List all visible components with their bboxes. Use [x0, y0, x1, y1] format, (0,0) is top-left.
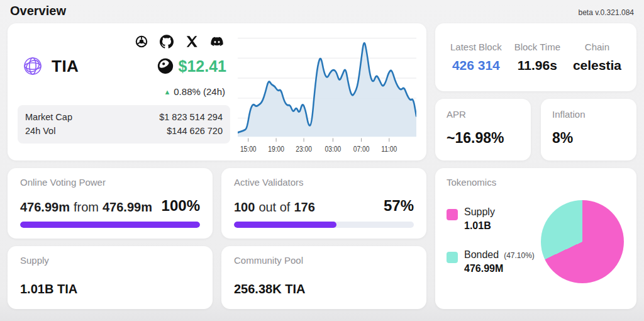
svg-text:15:00: 15:00: [240, 145, 257, 153]
svg-text:19:00: 19:00: [268, 145, 284, 153]
tokenomics-label: Tokenomics: [447, 177, 625, 188]
validators-label: Active Validators: [234, 177, 414, 188]
github-icon[interactable]: [160, 35, 174, 48]
tokenomics-body: Supply 1.01B Bonded (47.10%) 476.99M: [447, 198, 625, 283]
price-change-value: 0.88% (24h): [174, 86, 225, 97]
voting-progress-fill: [20, 222, 200, 228]
market-stats: Market Cap $1 823 514 294 24h Vol $144 6…: [18, 105, 230, 144]
supply-legend-name: Supply: [464, 206, 495, 218]
page-title: Overview: [10, 4, 66, 18]
volume-row: 24h Vol $144 626 720: [25, 124, 223, 138]
market-cap-value: $1 823 514 294: [159, 110, 223, 124]
tokenomics-pie-chart: [541, 200, 624, 283]
validators-progress-fill: [234, 222, 336, 228]
dashboard-grid: TIA $12.41 ▲ 0.88% (24h) Market Cap $1 8…: [8, 23, 636, 309]
social-links: [18, 30, 230, 48]
bonded-legend-name: Bonded: [464, 249, 499, 261]
voting-power-card: Online Voting Power 476.99mfrom476.99m 1…: [8, 168, 213, 239]
discord-icon[interactable]: [210, 35, 224, 48]
supply-value: 1.01B TIA: [20, 282, 200, 296]
svg-text:23:00: 23:00: [296, 145, 312, 153]
voting-total: 476.99m: [103, 200, 152, 214]
tokenomics-legend: Supply 1.01B Bonded (47.10%) 476.99M: [447, 206, 541, 274]
apr-value: ~16.98%: [447, 130, 519, 147]
svg-text:11:00: 11:00: [381, 145, 397, 153]
latest-block-value[interactable]: 426 314: [450, 58, 502, 73]
bonded-legend-note: (47.10%): [504, 251, 535, 260]
volume-label: 24h Vol: [25, 124, 55, 138]
validators-values: 100out of176 57%: [234, 197, 414, 215]
active-validators-card: Active Validators 100out of176 57%: [221, 168, 426, 239]
supply-label: Supply: [20, 255, 200, 266]
token-card: TIA $12.41 ▲ 0.88% (24h) Market Cap $1 8…: [8, 23, 426, 160]
svg-text:03:00: 03:00: [325, 145, 341, 153]
apr-inflation-row: APR ~16.98% Inflation 8%: [435, 99, 636, 160]
version-label: beta v.0.321.084: [578, 4, 634, 17]
block-time-label: Block Time: [514, 42, 560, 52]
token-header: TIA $12.41: [18, 55, 230, 77]
supply-swatch: [447, 209, 458, 220]
volume-value: $144 626 720: [167, 124, 223, 138]
validators-progress-track: [234, 222, 414, 228]
celestia-logo-icon: [21, 55, 44, 77]
validators-percent: 57%: [384, 197, 414, 215]
community-pool-card: Community Pool 256.38K TIA: [221, 246, 426, 309]
bonded-swatch: [447, 252, 458, 263]
chain-stats-card: Latest Block 426 314 Block Time 11.96s C…: [435, 23, 636, 91]
svg-text:07:00: 07:00: [353, 145, 370, 153]
inflation-label: Inflation: [552, 109, 625, 120]
apr-label: APR: [447, 109, 519, 120]
bonded-legend-value: 476.99M: [464, 263, 535, 274]
inflation-value: 8%: [552, 130, 625, 147]
block-time-value: 11.96s: [514, 58, 560, 73]
apr-card: APR ~16.98%: [435, 99, 531, 160]
chrome-icon[interactable]: [135, 35, 148, 48]
validators-total: 176: [294, 200, 314, 214]
voting-current: 476.99m: [20, 200, 70, 214]
legend-item-bonded: Bonded (47.10%) 476.99M: [447, 249, 541, 274]
community-pool-label: Community Pool: [234, 255, 414, 266]
x-twitter-icon[interactable]: [185, 35, 199, 48]
chain-value: celestia: [573, 58, 621, 73]
chain-label: Chain: [573, 42, 621, 52]
page-header: Overview beta v.0.321.084: [0, 0, 644, 23]
community-pool-value: 256.38K TIA: [234, 282, 414, 296]
legend-item-supply: Supply 1.01B: [447, 206, 541, 232]
block-time-stat: Block Time 11.96s: [514, 42, 560, 73]
tokenomics-card: Tokenomics Supply 1.01B: [435, 168, 636, 309]
voting-power-label: Online Voting Power: [20, 177, 200, 188]
coingecko-icon: [157, 58, 174, 74]
supply-legend-value: 1.01B: [464, 220, 500, 232]
validators-separator: out of: [258, 200, 290, 214]
market-cap-label: Market Cap: [25, 110, 72, 124]
voting-power-values: 476.99mfrom476.99m 100%: [20, 197, 200, 215]
voting-percent: 100%: [162, 197, 200, 215]
price-chart: 15:0019:0023:0003:0007:0011:00: [238, 30, 416, 157]
token-info: TIA $12.41 ▲ 0.88% (24h) Market Cap $1 8…: [18, 30, 230, 157]
latest-block-stat: Latest Block 426 314: [450, 42, 502, 73]
token-symbol: TIA: [52, 57, 79, 76]
market-cap-row: Market Cap $1 823 514 294: [25, 110, 223, 124]
voting-separator: from: [74, 200, 99, 214]
chain-column: Latest Block 426 314 Block Time 11.96s C…: [435, 23, 636, 160]
up-arrow-icon: ▲: [164, 88, 170, 96]
chain-stat: Chain celestia: [573, 42, 621, 73]
supply-card: Supply 1.01B TIA: [8, 246, 213, 309]
voting-progress-track: [20, 222, 200, 228]
inflation-card: Inflation 8%: [541, 99, 636, 160]
token-price: $12.41: [179, 57, 226, 76]
latest-block-label: Latest Block: [450, 42, 502, 52]
price-change: ▲ 0.88% (24h): [18, 86, 230, 97]
validators-current: 100: [234, 200, 255, 214]
